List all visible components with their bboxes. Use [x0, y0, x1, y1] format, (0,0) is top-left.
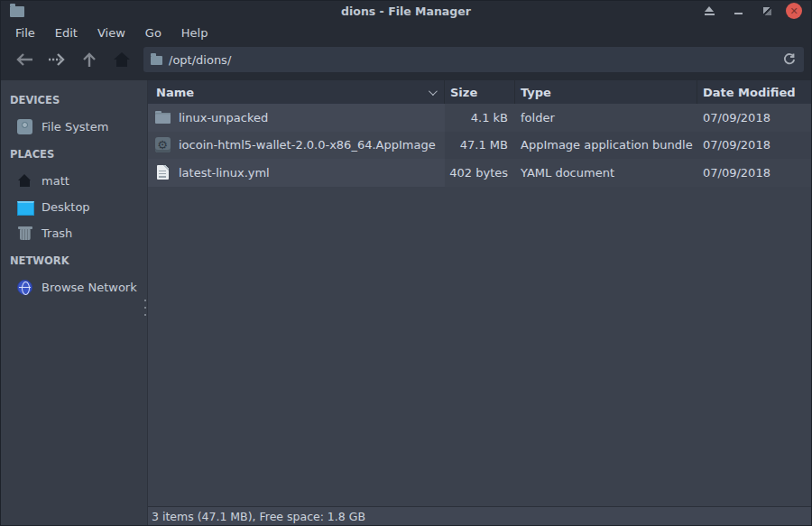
titlebar: dions - File Manager ✕ — [1, 1, 811, 21]
file-size: 402 bytes — [445, 166, 515, 180]
file-type: folder — [515, 111, 697, 125]
file-name: latest-linux.yml — [179, 166, 270, 180]
sidebar-item-desktop[interactable]: Desktop — [1, 194, 147, 220]
column-header-size[interactable]: Size — [445, 80, 515, 104]
table-row[interactable]: linux-unpacked 4.1 kB folder 07/09/2018 — [148, 104, 811, 132]
content: DEVICES File System PLACES matt Desktop … — [1, 80, 811, 525]
back-arrow-icon — [14, 51, 35, 68]
status-bar: 3 items (47.1 MB), Free space: 1.8 GB — [148, 506, 811, 525]
pane-resize-handle[interactable] — [144, 300, 147, 319]
menu-edit[interactable]: Edit — [45, 23, 88, 43]
shade-icon — [705, 6, 715, 15]
window-title: dions - File Manager — [1, 5, 811, 18]
sidebar-item-home[interactable]: matt — [1, 168, 147, 194]
globe-icon — [17, 280, 32, 295]
file-manager-window: dions - File Manager ✕ File Edit View Go… — [0, 0, 812, 526]
sidebar-item-label: File System — [42, 120, 108, 134]
sidebar-item-label: Desktop — [42, 200, 90, 214]
up-button[interactable] — [73, 46, 106, 73]
home-button[interactable] — [106, 46, 138, 73]
trash-icon — [17, 226, 32, 241]
sidebar-header-network: NETWORK — [1, 246, 147, 274]
menu-help[interactable]: Help — [171, 23, 218, 43]
chevron-down-icon — [429, 87, 438, 96]
drive-icon — [17, 119, 32, 134]
up-arrow-icon — [81, 51, 97, 69]
file-date: 07/09/2018 — [697, 138, 811, 152]
sidebar-item-browse-network[interactable]: Browse Network — [1, 274, 147, 300]
back-button[interactable] — [8, 46, 41, 73]
column-header-type[interactable]: Type — [515, 80, 697, 104]
window-folder-icon[interactable] — [10, 6, 24, 17]
menu-view[interactable]: View — [88, 23, 135, 43]
shade-button[interactable] — [699, 3, 719, 19]
empty-file-area — [148, 187, 811, 507]
window-controls: ✕ — [699, 3, 802, 19]
path-bar[interactable]: /opt/dions/ — [143, 47, 804, 72]
path-folder-icon — [151, 56, 162, 65]
file-name: linux-unpacked — [179, 111, 268, 125]
restore-button[interactable] — [757, 3, 777, 19]
close-button[interactable]: ✕ — [786, 3, 802, 19]
home-icon — [17, 173, 32, 189]
sidebar-item-trash[interactable]: Trash — [1, 220, 147, 246]
file-size: 4.1 kB — [445, 111, 515, 125]
sidebar-item-label: Browse Network — [42, 281, 137, 294]
list-header: Name Size Type Date Modified — [148, 80, 811, 104]
desktop-icon — [17, 199, 32, 215]
file-list-pane: Name Size Type Date Modified linux-u — [148, 80, 811, 525]
file-type: AppImage application bundle — [515, 138, 697, 152]
menubar: File Edit View Go Help — [1, 21, 811, 44]
file-name: iocoin-html5-wallet-2.0.0-x86_64.AppImag… — [179, 138, 436, 152]
refresh-icon[interactable] — [782, 52, 797, 67]
file-date: 07/09/2018 — [697, 166, 811, 180]
status-text: 3 items (47.1 MB), Free space: 1.8 GB — [152, 510, 365, 523]
toolbar: /opt/dions/ — [1, 44, 811, 80]
menu-go[interactable]: Go — [135, 23, 171, 43]
table-row[interactable]: iocoin-html5-wallet-2.0.0-x86_64.AppImag… — [148, 132, 811, 160]
forward-button[interactable] — [41, 46, 73, 73]
yaml-document-icon — [154, 164, 171, 180]
file-size: 47.1 MB — [445, 138, 515, 152]
file-rows: linux-unpacked 4.1 kB folder 07/09/2018 … — [148, 104, 811, 187]
sidebar-item-file-system[interactable]: File System — [1, 114, 147, 140]
sidebar-item-label: Trash — [42, 226, 72, 240]
sidebar-item-label: matt — [42, 174, 69, 188]
minimize-button[interactable] — [728, 3, 748, 19]
forward-arrow-icon — [46, 51, 68, 68]
file-type: YAML document — [515, 166, 697, 180]
column-header-name[interactable]: Name — [148, 80, 445, 104]
sidebar: DEVICES File System PLACES matt Desktop … — [1, 80, 148, 525]
file-date: 07/09/2018 — [697, 111, 811, 125]
menu-file[interactable]: File — [5, 23, 45, 43]
sidebar-header-devices: DEVICES — [1, 86, 147, 114]
restore-icon — [763, 7, 771, 15]
home-icon — [113, 51, 131, 68]
path-input[interactable]: /opt/dions/ — [169, 53, 782, 67]
folder-icon — [154, 109, 171, 125]
sidebar-header-places: PLACES — [1, 140, 147, 168]
appimage-icon — [154, 137, 171, 153]
table-row[interactable]: latest-linux.yml 402 bytes YAML document… — [148, 159, 811, 187]
minimize-icon — [734, 13, 743, 14]
column-header-date-modified[interactable]: Date Modified — [697, 80, 811, 104]
